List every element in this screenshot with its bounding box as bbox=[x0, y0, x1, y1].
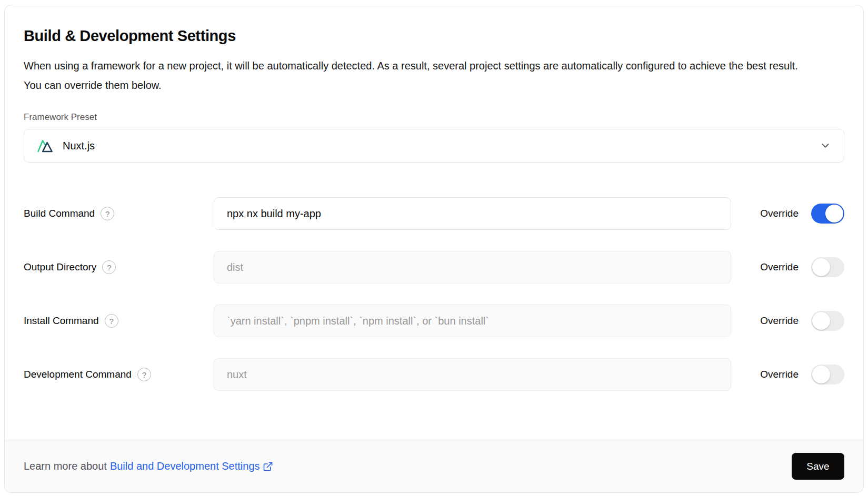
external-link-icon bbox=[263, 461, 273, 472]
output-directory-override-toggle[interactable] bbox=[811, 257, 844, 277]
framework-preset-value: Nuxt.js bbox=[63, 140, 95, 152]
learn-more-text: Learn more about Build and Development S… bbox=[24, 460, 273, 472]
build-command-override-toggle[interactable] bbox=[811, 204, 844, 224]
build-dev-settings-link[interactable]: Build and Development Settings bbox=[110, 460, 273, 472]
development-command-row: Development Command Override bbox=[24, 358, 844, 391]
install-command-label: Install Command bbox=[24, 315, 99, 327]
card-footer: Learn more about Build and Development S… bbox=[5, 440, 863, 492]
framework-preset-select[interactable]: Nuxt.js bbox=[24, 129, 844, 163]
development-command-input bbox=[214, 358, 731, 391]
framework-preset-label: Framework Preset bbox=[24, 112, 844, 123]
install-command-row: Install Command Override bbox=[24, 305, 844, 337]
settings-description: When using a framework for a new project… bbox=[24, 56, 800, 95]
output-directory-label: Output Directory bbox=[24, 261, 96, 273]
override-label: Override bbox=[760, 208, 799, 219]
nuxt-logo-icon bbox=[37, 138, 55, 154]
toggle-knob bbox=[812, 366, 830, 383]
help-icon[interactable] bbox=[105, 314, 118, 328]
install-command-override-toggle[interactable] bbox=[811, 311, 844, 331]
card-main: Build & Development Settings When using … bbox=[5, 5, 863, 440]
development-command-override-toggle[interactable] bbox=[811, 365, 844, 384]
toggle-knob bbox=[812, 312, 830, 330]
output-directory-input bbox=[214, 251, 731, 284]
toggle-knob bbox=[812, 258, 830, 276]
help-icon[interactable] bbox=[101, 207, 114, 220]
override-label: Override bbox=[760, 315, 799, 327]
install-command-input bbox=[214, 305, 731, 337]
override-label: Override bbox=[760, 261, 799, 273]
settings-rows: Build Command Override Output Directory … bbox=[24, 197, 844, 391]
chevron-down-icon bbox=[820, 140, 831, 151]
toggle-knob bbox=[825, 205, 843, 222]
page-title: Build & Development Settings bbox=[24, 27, 844, 45]
build-command-input[interactable] bbox=[214, 197, 731, 230]
output-directory-row: Output Directory Override bbox=[24, 251, 844, 284]
build-command-label: Build Command bbox=[24, 208, 95, 219]
learn-more-prefix: Learn more about bbox=[24, 460, 107, 472]
help-icon[interactable] bbox=[137, 368, 151, 381]
override-label: Override bbox=[760, 369, 799, 380]
link-label: Build and Development Settings bbox=[110, 460, 260, 472]
help-icon[interactable] bbox=[102, 260, 116, 274]
save-button[interactable]: Save bbox=[792, 453, 844, 480]
build-command-row: Build Command Override bbox=[24, 197, 844, 230]
development-command-label: Development Command bbox=[24, 369, 132, 380]
build-dev-settings-card: Build & Development Settings When using … bbox=[4, 5, 864, 493]
